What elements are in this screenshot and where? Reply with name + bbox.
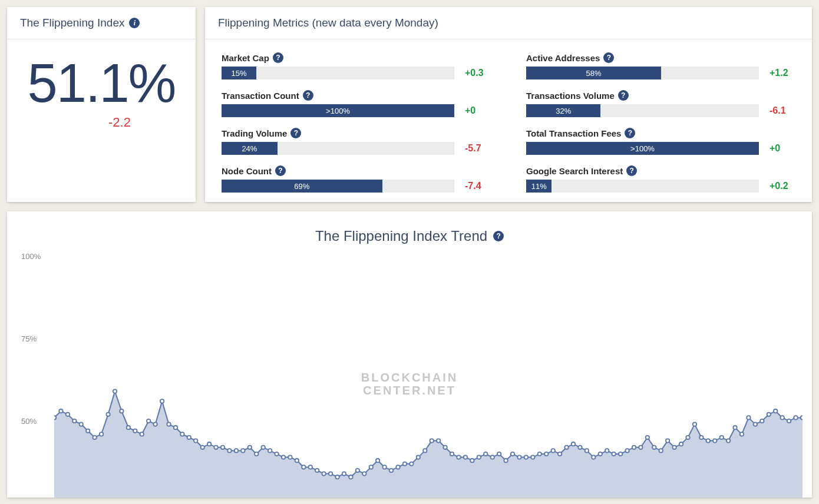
chart-point[interactable] <box>774 409 777 413</box>
chart-point[interactable] <box>612 452 615 456</box>
chart-point[interactable] <box>646 436 649 439</box>
chart-point[interactable] <box>666 439 669 442</box>
chart-point[interactable] <box>605 449 609 452</box>
help-icon[interactable]: ? <box>303 90 313 101</box>
chart-point[interactable] <box>524 455 528 459</box>
chart-point[interactable] <box>66 413 70 416</box>
chart-point[interactable] <box>531 455 534 459</box>
chart-point[interactable] <box>302 465 305 469</box>
chart-point[interactable] <box>174 426 177 429</box>
chart-point[interactable] <box>261 446 265 449</box>
chart-point[interactable] <box>639 446 642 449</box>
chart-point[interactable] <box>558 452 562 456</box>
help-icon[interactable]: ? <box>603 52 614 63</box>
chart-point[interactable] <box>201 446 204 449</box>
chart-point[interactable] <box>423 449 427 452</box>
chart-point[interactable] <box>511 452 514 456</box>
help-icon[interactable]: ? <box>493 231 504 241</box>
info-icon[interactable]: i <box>129 18 140 28</box>
chart-point[interactable] <box>194 439 197 442</box>
chart-point[interactable] <box>342 472 346 475</box>
chart-point[interactable] <box>59 409 62 413</box>
chart-point[interactable] <box>309 465 312 469</box>
chart-point[interactable] <box>187 436 191 439</box>
chart-point[interactable] <box>544 452 548 456</box>
chart-point[interactable] <box>160 399 164 403</box>
help-icon[interactable]: ? <box>625 128 635 138</box>
chart-point[interactable] <box>147 419 150 423</box>
chart-point[interactable] <box>362 472 366 475</box>
chart-point[interactable] <box>180 432 184 436</box>
chart-point[interactable] <box>72 419 76 423</box>
chart-point[interactable] <box>113 389 117 393</box>
chart-point[interactable] <box>120 409 123 413</box>
chart-point[interactable] <box>315 469 319 472</box>
chart-point[interactable] <box>632 446 636 449</box>
help-icon[interactable]: ? <box>273 52 283 63</box>
chart-point[interactable] <box>86 429 90 433</box>
chart-point[interactable] <box>497 452 501 456</box>
chart-point[interactable] <box>592 455 595 459</box>
chart-point[interactable] <box>780 416 784 419</box>
chart-point[interactable] <box>747 416 750 419</box>
chart-point[interactable] <box>349 475 352 479</box>
chart-point[interactable] <box>207 442 211 446</box>
chart-point[interactable] <box>389 469 393 472</box>
chart-point[interactable] <box>504 459 507 462</box>
chart-point[interactable] <box>396 465 399 469</box>
chart-point[interactable] <box>288 455 292 459</box>
chart-point[interactable] <box>106 413 110 416</box>
chart-point[interactable] <box>693 422 696 426</box>
chart-point[interactable] <box>572 442 575 446</box>
chart-point[interactable] <box>564 446 568 449</box>
chart-point[interactable] <box>437 439 440 442</box>
chart-point[interactable] <box>443 446 447 449</box>
chart-point[interactable] <box>754 422 757 426</box>
help-icon[interactable]: ? <box>275 165 286 176</box>
chart-point[interactable] <box>794 416 797 419</box>
chart-point[interactable] <box>127 426 130 429</box>
chart-point[interactable] <box>625 449 629 452</box>
chart-point[interactable] <box>268 449 272 452</box>
chart-point[interactable] <box>679 442 683 446</box>
chart-point[interactable] <box>382 465 386 469</box>
chart-point[interactable] <box>686 436 689 439</box>
chart-point[interactable] <box>255 452 258 456</box>
chart-point[interactable] <box>322 472 325 475</box>
chart-point[interactable] <box>403 462 407 466</box>
chart-point[interactable] <box>450 452 454 456</box>
chart-point[interactable] <box>517 455 521 459</box>
chart-point[interactable] <box>706 439 710 442</box>
chart-point[interactable] <box>484 452 487 456</box>
chart-point[interactable] <box>335 475 339 479</box>
chart-point[interactable] <box>133 429 137 433</box>
chart-point[interactable] <box>619 452 622 456</box>
chart-point[interactable] <box>275 452 278 456</box>
chart-point[interactable] <box>659 449 663 452</box>
chart-point[interactable] <box>430 439 434 442</box>
chart-point[interactable] <box>551 449 554 452</box>
chart-point[interactable] <box>241 449 245 452</box>
chart-point[interactable] <box>227 449 231 452</box>
chart-point[interactable] <box>740 432 744 436</box>
chart-point[interactable] <box>578 446 582 449</box>
chart-point[interactable] <box>787 419 791 423</box>
chart-point[interactable] <box>760 419 764 423</box>
chart-point[interactable] <box>490 455 494 459</box>
chart-point[interactable] <box>699 436 703 439</box>
chart-point[interactable] <box>767 413 771 416</box>
chart-point[interactable] <box>221 446 224 449</box>
chart-point[interactable] <box>477 455 481 459</box>
chart-point[interactable] <box>93 436 96 439</box>
chart-point[interactable] <box>410 462 413 466</box>
chart-point[interactable] <box>295 459 299 462</box>
chart-point[interactable] <box>733 426 737 429</box>
chart-point[interactable] <box>713 439 716 442</box>
chart-point[interactable] <box>672 446 676 449</box>
chart-point[interactable] <box>80 422 83 426</box>
help-icon[interactable]: ? <box>618 90 629 101</box>
chart-point[interactable] <box>248 446 252 449</box>
help-icon[interactable]: ? <box>626 165 637 176</box>
chart-point[interactable] <box>140 432 144 436</box>
chart-point[interactable] <box>726 439 730 442</box>
